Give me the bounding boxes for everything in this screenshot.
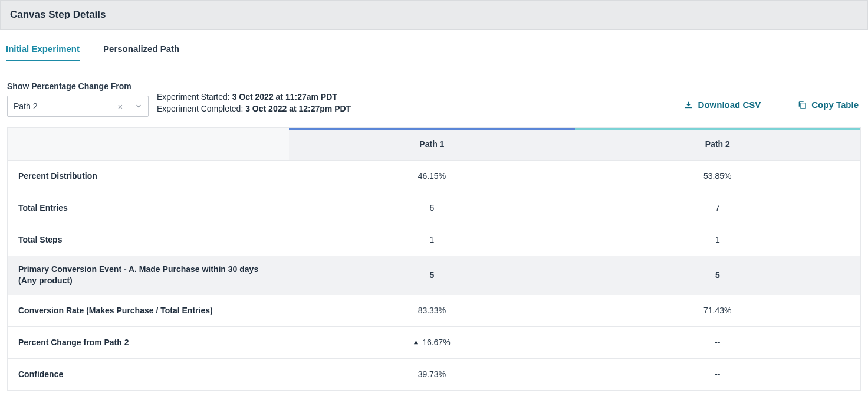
table-header-path2-label: Path 2 <box>705 139 730 149</box>
chevron-down-icon[interactable] <box>129 103 148 110</box>
percent-change-select-label: Show Percentage Change From <box>7 81 149 91</box>
experiment-started-value: 3 Oct 2022 at 11:27am PDT <box>232 92 337 102</box>
row-label: Total Entries <box>8 192 289 224</box>
row-value-path2: 53.85% <box>575 160 860 192</box>
table-row: Percent Change from Path 2 16.67% -- <box>8 326 860 358</box>
table-row: Conversion Rate (Makes Purchase / Total … <box>8 295 860 326</box>
experiment-completed-label: Experiment Completed: <box>157 104 245 113</box>
table-header-path1: Path 1 <box>289 128 574 160</box>
table-row: Primary Conversion Event - A. Made Purch… <box>8 256 860 295</box>
percent-change-select[interactable]: Path 2 × <box>7 96 149 117</box>
copy-table-button[interactable]: Copy Table <box>795 96 861 113</box>
page-header: Canvas Step Details <box>0 0 868 30</box>
row-value-path1: 83.33% <box>289 295 574 326</box>
delta-value: 16.67% <box>422 338 450 347</box>
tabs: Initial Experiment Personalized Path <box>0 30 868 61</box>
experiment-dates: Experiment Started: 3 Oct 2022 at 11:27a… <box>157 92 351 114</box>
row-label: Conversion Rate (Makes Purchase / Total … <box>8 295 289 326</box>
table-row: Percent Distribution 46.15% 53.85% <box>8 160 860 192</box>
table-row: Total Entries 6 7 <box>8 192 860 224</box>
download-csv-label: Download CSV <box>698 100 761 110</box>
row-label: Percent Distribution <box>8 160 289 192</box>
row-value-path2: 5 <box>575 256 860 295</box>
table-header-empty <box>8 128 289 160</box>
path1-color-strip <box>289 128 574 130</box>
path2-color-strip <box>575 128 860 130</box>
table-header-path1-label: Path 1 <box>419 139 444 149</box>
row-value-path1: 46.15% <box>289 160 574 192</box>
table-header-path2: Path 2 <box>575 128 860 160</box>
row-label: Percent Change from Path 2 <box>8 326 289 358</box>
results-table: Path 1 Path 2 Percent Distribution 46.15… <box>8 128 860 390</box>
table-header-row: Path 1 Path 2 <box>8 128 860 160</box>
row-value-path1: 5 <box>289 256 574 295</box>
experiment-completed-value: 3 Oct 2022 at 12:27pm PDT <box>245 104 351 113</box>
row-label: Total Steps <box>8 224 289 256</box>
download-icon <box>683 100 693 110</box>
controls-row: Show Percentage Change From Path 2 × Exp… <box>0 61 868 124</box>
close-icon[interactable]: × <box>112 102 129 112</box>
tab-initial-experiment[interactable]: Initial Experiment <box>6 44 80 61</box>
row-value-path1: 16.67% <box>289 326 574 358</box>
copy-icon <box>797 100 807 110</box>
tab-personalized-path[interactable]: Personalized Path <box>103 44 179 61</box>
percent-change-select-value: Path 2 <box>8 102 112 111</box>
row-value-path2: 7 <box>575 192 860 224</box>
experiment-started-label: Experiment Started: <box>157 92 232 102</box>
row-value-path1: 6 <box>289 192 574 224</box>
experiment-started: Experiment Started: 3 Oct 2022 at 11:27a… <box>157 92 351 102</box>
row-value-path1: 1 <box>289 224 574 256</box>
caret-up-icon <box>413 340 419 345</box>
percent-change-select-block: Show Percentage Change From Path 2 × <box>7 81 149 117</box>
row-value-path2: 1 <box>575 224 860 256</box>
download-csv-button[interactable]: Download CSV <box>681 96 764 113</box>
row-value-path1: 39.73% <box>289 358 574 390</box>
row-value-path2: -- <box>575 358 860 390</box>
table-row: Confidence 39.73% -- <box>8 358 860 390</box>
copy-table-label: Copy Table <box>811 100 859 110</box>
experiment-completed: Experiment Completed: 3 Oct 2022 at 12:2… <box>157 104 351 113</box>
row-label: Primary Conversion Event - A. Made Purch… <box>8 256 289 295</box>
svg-marker-0 <box>414 341 418 344</box>
table-row: Total Steps 1 1 <box>8 224 860 256</box>
page-title: Canvas Step Details <box>10 9 858 21</box>
row-value-path2: -- <box>575 326 860 358</box>
results-table-wrap: Path 1 Path 2 Percent Distribution 46.15… <box>7 127 861 391</box>
row-label: Confidence <box>8 358 289 390</box>
row-value-path2: 71.43% <box>575 295 860 326</box>
